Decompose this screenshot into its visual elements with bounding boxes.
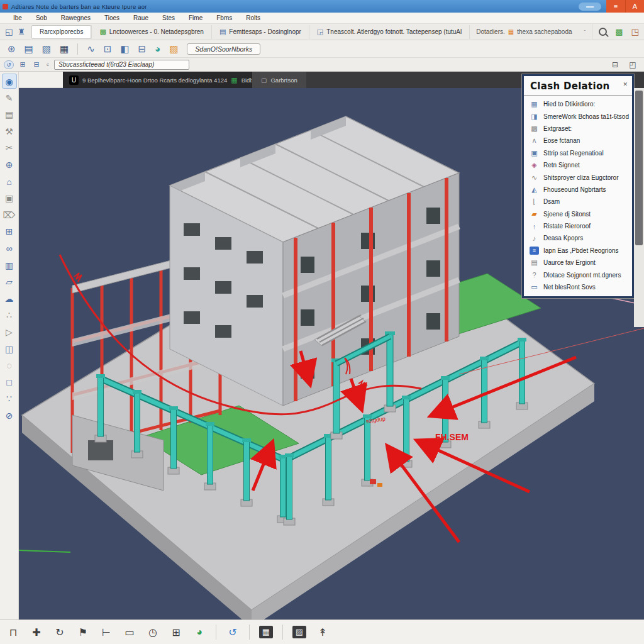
links-icon[interactable]: ∞ bbox=[2, 241, 17, 256]
menu-item-0[interactable]: Ibe bbox=[6, 14, 29, 21]
menu-item-1[interactable]: Sob bbox=[29, 14, 54, 21]
camera-icon[interactable]: ▣ bbox=[2, 191, 17, 206]
layout-save-icon[interactable]: ⊟ bbox=[610, 60, 620, 69]
orange-panel-icon[interactable]: ▨ bbox=[169, 43, 178, 55]
nav-wheel-icon[interactable]: ⊛ bbox=[8, 43, 16, 55]
dark-grid-icon[interactable]: ▦ bbox=[60, 43, 69, 55]
ribbon-tab-2[interactable]: ▤ Femttesaps - Dosinglnopr bbox=[211, 25, 309, 39]
clash-menu-item-1[interactable]: ◨SmereWork Bchoas ta1t-6tsod bbox=[524, 110, 632, 122]
divider bbox=[77, 43, 78, 55]
panel-icon[interactable]: ▭ bbox=[123, 626, 136, 638]
box-select-icon[interactable]: □ bbox=[2, 375, 17, 390]
ribbon-tab-3[interactable]: ◲ Tneascolt. Atlerdgyo fotnott. Tactepen… bbox=[309, 25, 469, 39]
orbit-icon[interactable]: ↻ bbox=[53, 626, 67, 638]
flag-icon[interactable]: ⚑ bbox=[76, 626, 90, 638]
layout-window-icon[interactable]: ◰ bbox=[628, 60, 638, 69]
clash-menu-item-11[interactable]: ♪Deasa Kpoprs bbox=[524, 232, 632, 244]
document-tab-1[interactable]: U 9 Bepihevlbparc-Hoon Drtoo Rcarts dedl… bbox=[63, 72, 252, 88]
windows-icon[interactable]: ◫ bbox=[2, 341, 17, 357]
search-icon[interactable] bbox=[599, 28, 607, 36]
ribbon-tab-1[interactable]: ▩ Lnctoowerces - 0. Netadepsgbren bbox=[91, 25, 211, 39]
clash-menu-item-2[interactable]: ▩Extgraset: bbox=[524, 123, 632, 135]
ribbon-tab-0[interactable]: Rarcxplporecbs bbox=[31, 25, 91, 39]
box3d-icon[interactable]: ◧ bbox=[120, 43, 129, 55]
window-tile-icon[interactable]: ◱ bbox=[5, 26, 13, 38]
clash-menu-item-0[interactable]: ▦Hied to Dtikirdioro: bbox=[524, 98, 632, 110]
clash-menu-item-4[interactable]: ▣Sttrip sat Regenatioal bbox=[524, 147, 632, 159]
cloud-icon[interactable]: ☁ bbox=[2, 291, 17, 306]
robot-icon[interactable]: ♜ bbox=[18, 26, 25, 38]
export-icon[interactable]: ▩ bbox=[615, 27, 623, 37]
signpost-icon[interactable]: ⊢ bbox=[99, 626, 113, 638]
clash-menu-item-3[interactable]: ∧Eose fctanan bbox=[524, 135, 632, 147]
minimize-button[interactable]: ▬▬ bbox=[579, 3, 601, 11]
eraser-icon[interactable]: ⌦ bbox=[2, 208, 17, 223]
menu-item-4[interactable]: Raue bbox=[126, 14, 155, 21]
palette-icon[interactable]: ▧ bbox=[42, 43, 51, 55]
menu-item-3[interactable]: Tioes bbox=[97, 14, 126, 21]
ribbon-tab-1-label: Lnctoowerces - 0. Netadepsgbren bbox=[109, 28, 204, 35]
selection-field[interactable]: Sbucassficteead t(6rd23 Eiaclaap) bbox=[54, 60, 189, 70]
scrollbar-thumb[interactable] bbox=[635, 91, 643, 245]
image-icon[interactable]: ▨ bbox=[292, 626, 306, 638]
clash-menu-item-6[interactable]: ∿Shitsproyer cliza Eugctoror bbox=[524, 171, 632, 183]
select-curve-icon[interactable]: ∿ bbox=[87, 43, 95, 55]
clash-menu-item-13[interactable]: ▤Uaurce fav Ergiont bbox=[524, 257, 632, 269]
close-button[interactable]: A bbox=[625, 0, 644, 13]
presenter-icon[interactable]: ▤ bbox=[25, 43, 33, 55]
print-icon[interactable]: ▤ bbox=[2, 107, 17, 122]
clash-menu-item-10[interactable]: ↑Ristate Rieroroof bbox=[524, 220, 632, 232]
compass-icon[interactable]: ⊕ bbox=[2, 157, 17, 172]
grid-b-icon[interactable]: ⊟ bbox=[31, 60, 42, 69]
chart-pie-icon[interactable]: ◕ bbox=[192, 626, 206, 638]
home-view-icon[interactable]: ⌂ bbox=[2, 174, 17, 189]
sheet-icon[interactable]: ▱ bbox=[2, 274, 17, 289]
clash-menu-item-9[interactable]: ▰Sjoene dj Sitonst bbox=[524, 208, 632, 220]
clash-menu-item-5[interactable]: ◈Retn Signnet bbox=[524, 159, 632, 171]
right-scrollbar[interactable] bbox=[634, 88, 644, 327]
file-search-icon[interactable]: ⊡ bbox=[104, 43, 112, 55]
clash-menu-item-15[interactable]: ▭Net blesRont Sovs bbox=[524, 281, 632, 293]
markup-icon[interactable]: ✎ bbox=[2, 91, 17, 106]
workspace-button[interactable]: SdanO!SoorNborks bbox=[187, 43, 260, 55]
menu-item-6[interactable]: Fime bbox=[182, 14, 209, 21]
menu-item-2[interactable]: Rawegnes bbox=[54, 14, 97, 21]
menu-button[interactable]: ≡ bbox=[606, 0, 625, 13]
item-label: Deasa Kpoprs bbox=[543, 235, 583, 242]
file-flag-icon[interactable]: ⊟ bbox=[138, 43, 146, 55]
hide-render-icon[interactable]: ⊘ bbox=[2, 408, 17, 423]
play-icon[interactable]: ▷ bbox=[2, 325, 17, 340]
ribbon-bar: ◱ ♜ Rarcxplporecbs ▩ Lnctoowerces - 0. N… bbox=[0, 24, 644, 40]
close-icon[interactable]: ✕ bbox=[623, 81, 628, 87]
cluster-icon[interactable]: ∵ bbox=[2, 391, 17, 406]
render-icon[interactable]: ◳ bbox=[631, 27, 639, 37]
clash-menu-item-12[interactable]: ≡Iapn Eas ,Pbdet Reogrions bbox=[524, 245, 632, 257]
clash-menu-item-8[interactable]: ⌊Dsam bbox=[524, 196, 632, 208]
orange-square-icon: ▰ bbox=[530, 210, 539, 218]
lasso-icon[interactable]: ◌ bbox=[2, 358, 17, 373]
quick-toolbar: ⊛ ▤ ▧ ▦ ∿ ⊡ ◧ ⊟ ◕ ▨ SdanO!SoorNborks bbox=[0, 40, 644, 58]
grid-table-icon[interactable]: ⊞ bbox=[2, 224, 17, 239]
sync-round-icon[interactable]: ↺ bbox=[4, 60, 14, 69]
frames-icon[interactable]: ▦ bbox=[259, 626, 273, 638]
clash-menu-item-14[interactable]: ?Dlotace Sojgnont mt.dgners bbox=[524, 269, 632, 280]
measure-cut-icon[interactable]: ✂ bbox=[2, 140, 17, 155]
menu-item-5[interactable]: Stes bbox=[155, 14, 182, 21]
grid-icon[interactable]: ⊞ bbox=[169, 626, 183, 638]
ribbon-search-field[interactable]: Dotadiers. ▦ thexa sachepaboda ˆ bbox=[469, 25, 592, 39]
document-tab-2[interactable]: ▢ Garbrtson bbox=[252, 72, 306, 88]
teal-sphere-icon[interactable]: ◕ bbox=[155, 43, 160, 54]
grid-a-icon[interactable]: ⊞ bbox=[18, 60, 28, 69]
menu-item-7[interactable]: Fbms bbox=[209, 14, 239, 21]
pan-icon[interactable]: ✚ bbox=[30, 626, 43, 638]
lock-icon[interactable]: ⊓ bbox=[6, 626, 20, 638]
clash-menu-item-7[interactable]: ◭Fhouseound Ngbrtarts bbox=[524, 184, 632, 196]
sync-icon[interactable]: ↺ bbox=[226, 626, 240, 638]
avatar-icon[interactable]: ↟ bbox=[316, 626, 330, 638]
orbit-comment-icon[interactable]: ◉ bbox=[2, 74, 17, 89]
points-icon[interactable]: ∴ bbox=[2, 308, 17, 323]
menu-item-8[interactable]: Rolts bbox=[239, 14, 267, 21]
tools-icon[interactable]: ⚒ bbox=[2, 124, 17, 139]
chart-icon[interactable]: ▥ bbox=[2, 258, 17, 273]
clock-icon[interactable]: ◷ bbox=[146, 626, 160, 638]
